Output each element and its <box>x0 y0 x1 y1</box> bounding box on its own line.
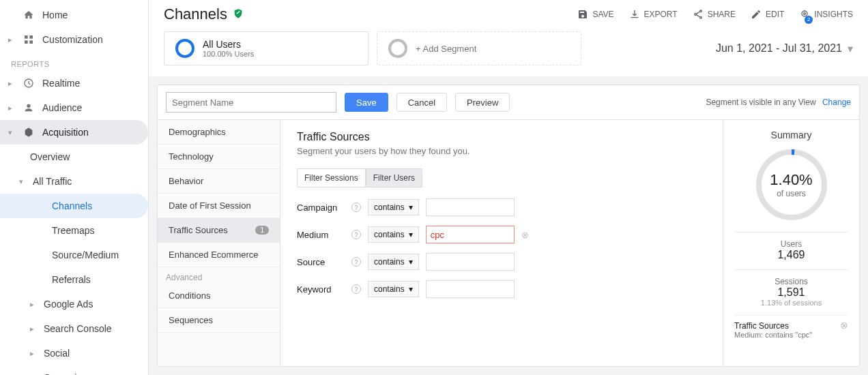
svg-rect-1 <box>29 35 33 39</box>
add-segment-label: + Add Segment <box>416 44 476 54</box>
segment-ring-icon <box>388 39 407 58</box>
cat-behavior[interactable]: Behavior <box>158 169 280 194</box>
filter-count-badge: 1 <box>255 226 269 235</box>
segment-ring-icon <box>175 39 194 58</box>
cat-enhanced-ecommerce[interactable]: Enhanced Ecommerce <box>158 243 280 267</box>
tab-filter-sessions[interactable]: Filter Sessions <box>297 168 366 188</box>
chevron-right-icon: ▸ <box>30 300 37 309</box>
nav-customization[interactable]: ▸ Customization <box>0 27 148 52</box>
stat-users: Users 1,469 <box>734 232 848 261</box>
cancel-button[interactable]: Cancel <box>396 93 447 112</box>
export-button[interactable]: EXPORT <box>629 9 678 20</box>
close-icon[interactable]: ⊗ <box>840 320 848 331</box>
advanced-group-label: Advanced <box>158 267 280 284</box>
visibility-text: Segment is visible in any View Change <box>706 97 851 107</box>
nav-all-traffic[interactable]: ▾ All Traffic <box>0 169 148 194</box>
source-input[interactable] <box>426 253 515 271</box>
nav-referrals[interactable]: Referrals <box>0 267 148 292</box>
main: Channels SAVE EXPORT SHARE EDIT 2INSIGHT… <box>149 0 868 375</box>
chevron-down-icon: ▾ <box>409 202 413 212</box>
change-link[interactable]: Change <box>822 97 851 107</box>
acquisition-icon <box>22 127 35 138</box>
edit-button[interactable]: EDIT <box>751 9 784 20</box>
nav-social[interactable]: ▸Social <box>0 341 148 365</box>
save-button[interactable]: Save <box>345 93 388 112</box>
nav-acquisition[interactable]: ▾ Acquisition <box>0 120 148 145</box>
segment-builder-panel: Save Cancel Preview Segment is visible i… <box>157 85 860 367</box>
share-button[interactable]: SHARE <box>693 9 736 20</box>
chevron-right-icon: ▸ <box>8 79 15 88</box>
nav-label: Referrals <box>52 274 91 285</box>
nav-label: Realtime <box>42 78 80 89</box>
segments-row: All Users 100.00% Users + Add Segment Ju… <box>149 31 868 76</box>
nav-audience[interactable]: ▸ Audience <box>0 95 148 120</box>
save-button[interactable]: SAVE <box>577 9 613 20</box>
nav-treemaps[interactable]: Treemaps <box>0 218 148 243</box>
nav-realtime[interactable]: ▸ Realtime <box>0 71 148 95</box>
date-range-picker[interactable]: Jun 1, 2021 - Jul 31, 2021 ▾ <box>716 42 853 55</box>
svg-rect-3 <box>29 40 33 44</box>
help-icon[interactable]: ? <box>351 202 361 212</box>
cat-sequences[interactable]: Sequences <box>158 308 280 333</box>
segment-editor: Traffic Sources Segment your users by ho… <box>280 120 723 366</box>
toolbar: SAVE EXPORT SHARE EDIT 2INSIGHTS <box>577 8 853 21</box>
medium-input[interactable] <box>426 226 515 243</box>
keyword-input[interactable] <box>426 280 515 298</box>
row-campaign: Campaign ? contains▾ <box>297 198 706 216</box>
tab-filter-users[interactable]: Filter Users <box>366 168 422 188</box>
add-segment[interactable]: + Add Segment <box>377 31 581 65</box>
chevron-right-icon: ▸ <box>30 325 37 333</box>
nav-label: Acquisition <box>42 127 89 138</box>
verified-shield-icon <box>233 8 244 21</box>
nav-campaigns[interactable]: ▸Campaigns <box>0 365 148 375</box>
row-source: Source ? contains▾ <box>297 253 706 271</box>
help-icon[interactable]: ? <box>351 230 361 239</box>
cat-date-first-session[interactable]: Date of First Session <box>158 194 280 218</box>
help-icon[interactable]: ? <box>351 284 361 294</box>
remove-icon[interactable]: ⊗ <box>521 230 529 240</box>
segment-all-users[interactable]: All Users 100.00% Users <box>164 31 368 65</box>
segment-categories: Demographics Technology Behavior Date of… <box>158 120 280 366</box>
insights-button[interactable]: 2INSIGHTS <box>799 8 853 21</box>
source-label: Source <box>297 257 345 267</box>
editor-subtitle: Segment your users by how they found you… <box>297 146 706 156</box>
nav-source-medium[interactable]: Source/Medium <box>0 243 148 267</box>
nav-label: Search Console <box>44 323 112 334</box>
source-operator-dropdown[interactable]: contains▾ <box>368 254 419 270</box>
reports-header: REPORTS <box>0 52 148 71</box>
nav-label: Home <box>42 10 68 20</box>
preview-button[interactable]: Preview <box>455 93 510 112</box>
nav-label: Treemaps <box>52 225 95 236</box>
chevron-right-icon: ▸ <box>30 349 37 358</box>
segment-name-input[interactable] <box>166 92 336 112</box>
help-icon[interactable]: ? <box>351 257 361 267</box>
nav-channels[interactable]: Channels <box>0 194 148 218</box>
person-icon <box>22 102 35 113</box>
cat-technology[interactable]: Technology <box>158 145 280 169</box>
chevron-down-icon: ▾ <box>409 257 413 267</box>
panel-top-bar: Save Cancel Preview Segment is visible i… <box>158 85 859 120</box>
keyword-label: Keyword <box>297 284 345 295</box>
nav-google-ads[interactable]: ▸Google Ads <box>0 292 148 316</box>
svg-rect-2 <box>25 40 28 44</box>
nav-label: All Traffic <box>33 176 72 187</box>
campaign-operator-dropdown[interactable]: contains▾ <box>368 199 419 215</box>
editor-title: Traffic Sources <box>297 131 706 143</box>
medium-operator-dropdown[interactable]: contains▾ <box>368 226 419 243</box>
cat-traffic-sources[interactable]: Traffic Sources 1 <box>158 218 280 243</box>
svg-point-8 <box>699 16 701 18</box>
summary-title: Summary <box>771 130 812 140</box>
svg-point-5 <box>27 104 30 108</box>
keyword-operator-dropdown[interactable]: contains▾ <box>368 281 419 297</box>
nav-overview[interactable]: Overview <box>0 145 148 169</box>
nav-home[interactable]: Home <box>0 3 148 27</box>
cat-conditions[interactable]: Conditions <box>158 284 280 308</box>
page-title: Channels <box>164 5 227 23</box>
svg-point-6 <box>699 10 701 12</box>
chevron-down-icon: ▾ <box>409 284 413 294</box>
customization-icon <box>22 34 35 45</box>
chevron-right-icon: ▸ <box>8 104 15 112</box>
cat-demographics[interactable]: Demographics <box>158 120 280 145</box>
nav-search-console[interactable]: ▸Search Console <box>0 316 148 341</box>
campaign-input[interactable] <box>426 198 515 216</box>
